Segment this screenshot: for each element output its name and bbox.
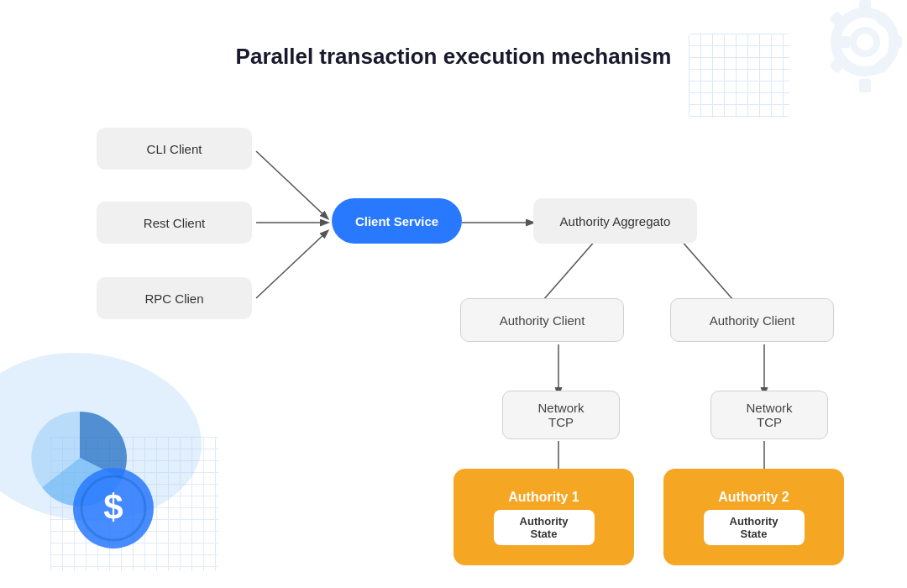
authority-2-state: Authority State	[704, 510, 805, 545]
authority-client-2-node: Authority Client	[670, 298, 834, 342]
svg-line-18	[680, 239, 739, 307]
authority-2-box: Authority 2 Authority State	[663, 469, 844, 565]
authority-1-state: Authority State	[494, 510, 595, 545]
authority-2-label: Authority 2	[718, 490, 789, 505]
authority-1-box: Authority 1 Authority State	[454, 469, 634, 565]
cli-client-node: CLI Client	[97, 128, 252, 170]
diagram-container: CLI Client Rest Client RPC Clien Client …	[42, 92, 907, 588]
svg-line-17	[537, 239, 596, 307]
network-tcp-2-node: Network TCP	[710, 391, 828, 439]
svg-line-15	[256, 231, 328, 298]
client-service-node: Client Service	[332, 198, 462, 244]
rpc-client-node: RPC Clien	[97, 277, 252, 319]
network-tcp-1-node: Network TCP	[502, 391, 620, 439]
page-title: Parallel transaction execution mechanism	[0, 0, 907, 70]
svg-rect-3	[859, 79, 871, 92]
authority-client-1-node: Authority Client	[460, 298, 624, 342]
authority-aggregator-node: Authority Aggregato	[533, 198, 697, 244]
authority-1-label: Authority 1	[508, 490, 579, 505]
svg-line-13	[256, 151, 328, 218]
rest-client-node: Rest Client	[97, 202, 252, 244]
